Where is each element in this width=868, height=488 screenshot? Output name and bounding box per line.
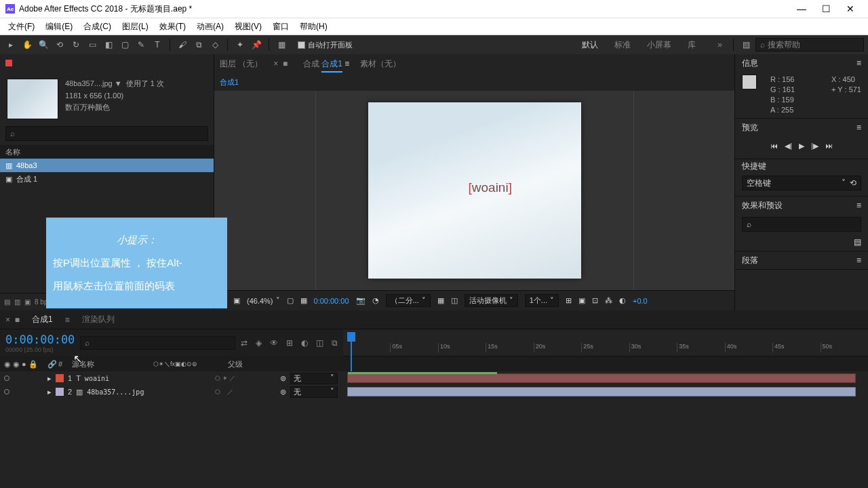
effects-search[interactable]: ⌕	[742, 217, 861, 232]
menu-view[interactable]: 视图(V)	[229, 21, 267, 33]
project-search[interactable]: ⌕	[5, 126, 208, 141]
comp-button-icon[interactable]: ▣	[233, 296, 240, 305]
shy-icon[interactable]: 👁	[270, 338, 278, 348]
first-frame-button[interactable]: ⏮	[770, 142, 778, 150]
timeline-tab-render[interactable]: 渲染队列	[82, 314, 115, 325]
menu-animation[interactable]: 动画(A)	[191, 21, 229, 33]
misc-icon[interactable]: ▣	[578, 296, 585, 305]
draft3d-icon[interactable]: ◈	[256, 338, 262, 348]
hand-tool[interactable]: ✋	[20, 38, 34, 52]
panel-toggle[interactable]: ▤	[739, 38, 753, 52]
selection-tool[interactable]: ▸	[4, 38, 18, 52]
col-index[interactable]: #	[58, 360, 72, 368]
layer-row[interactable]: ▸ 1 T woaini ⬡ ✶ ／ ⊚ 无˅	[0, 371, 868, 385]
new-folder-icon[interactable]: ▥	[14, 298, 20, 306]
layer-duration-bar[interactable]	[347, 387, 856, 396]
shape-tool[interactable]: ▢	[118, 38, 132, 52]
timeline-ruler[interactable]: 05s 10s 15s 20s 25s 30s 35s 40s 45s 50s	[343, 329, 868, 357]
workspace-small[interactable]: 小屏幕	[647, 39, 671, 51]
parent-pick-icon[interactable]: ⊚	[280, 374, 286, 383]
breadcrumb-comp[interactable]: 合成1	[220, 77, 239, 87]
visibility-toggle[interactable]	[4, 375, 9, 381]
parent-pick-icon[interactable]: ⊚	[280, 388, 286, 396]
layer-color-swatch[interactable]	[56, 374, 64, 382]
comp-flow-icon[interactable]: ⇄	[241, 338, 248, 348]
mask-icon[interactable]: ◫	[451, 296, 458, 305]
color-mgmt-icon[interactable]: ◔	[372, 296, 379, 305]
frame-blend-icon[interactable]: ⊞	[286, 338, 293, 348]
preview-header[interactable]: 预览	[742, 122, 758, 134]
parent-dropdown[interactable]: 无˅	[290, 373, 338, 384]
parent-dropdown[interactable]: 无˅	[290, 386, 338, 398]
col-parent[interactable]: 父级	[228, 359, 282, 369]
pan-behind-tool[interactable]: ◧	[102, 38, 115, 52]
panel-menu-icon[interactable]: ≡	[856, 201, 861, 210]
brush-tool[interactable]: 🖌	[176, 38, 189, 52]
twirl-icon[interactable]: ▸	[47, 388, 52, 396]
menu-effect[interactable]: 效果(T)	[154, 21, 191, 33]
new-comp-icon[interactable]: ▣	[24, 298, 31, 306]
minimize-button[interactable]: —	[789, 0, 814, 18]
close-button[interactable]: ✕	[838, 0, 863, 18]
shortcut-dropdown[interactable]: 空格键 ˅⟲	[742, 176, 861, 190]
composition-viewer[interactable]: [woaini]	[214, 91, 734, 290]
paragraph-header[interactable]: 段落	[742, 255, 758, 266]
menu-composition[interactable]: 合成(C)	[78, 21, 117, 33]
zoom-dropdown[interactable]: (46.4%) ˅	[247, 296, 280, 305]
exposure-icon[interactable]: ◐	[619, 296, 626, 305]
panel-menu-icon[interactable]: ≡	[856, 58, 861, 68]
maximize-button[interactable]: ☐	[814, 0, 838, 18]
timeline-tab-comp[interactable]: 合成1	[32, 314, 53, 325]
workspace-library[interactable]: 库	[688, 39, 696, 51]
tab-comp-label[interactable]: 合成	[303, 59, 319, 68]
menu-window[interactable]: 窗口	[267, 21, 294, 33]
reset-icon[interactable]: ⟲	[850, 178, 856, 188]
graph-icon[interactable]: ◫	[316, 338, 323, 348]
motion-blur-icon[interactable]: ◐	[301, 338, 308, 348]
project-row[interactable]: ▣ 合成 1	[0, 172, 214, 186]
new-bin-icon[interactable]: ▤	[854, 237, 861, 247]
composition-canvas[interactable]: [woaini]	[368, 102, 581, 279]
transparency-icon[interactable]: ▦	[437, 296, 444, 305]
stamp-tool[interactable]: ⧉	[192, 38, 205, 52]
panel-menu-icon[interactable]: ≡	[856, 123, 861, 132]
project-thumbnail[interactable]	[7, 79, 58, 119]
layer-name[interactable]: 48ba357....jpg	[87, 388, 211, 396]
prev-frame-button[interactable]: ◀|	[785, 142, 792, 150]
timeline-search[interactable]: ⌕	[80, 336, 235, 350]
viewer-timecode[interactable]: 0:00:00:00	[314, 297, 349, 305]
type-tool[interactable]: T	[151, 38, 164, 52]
menu-file[interactable]: 文件(F)	[3, 21, 40, 33]
layer-row[interactable]: ▸ 2 ▥ 48ba357....jpg ⬡ ／ ⊚ 无˅	[0, 385, 868, 399]
camera-dropdown[interactable]: 活动摄像机 ˅	[465, 294, 518, 307]
timeline-timecode[interactable]: 0:00:00:00	[5, 333, 75, 346]
eraser-tool[interactable]: ◇	[208, 38, 222, 52]
workspace-standard[interactable]: 标准	[614, 39, 631, 51]
pixel-aspect-icon[interactable]: ⁂	[605, 296, 612, 305]
res-icon[interactable]: ▢	[287, 296, 294, 305]
col-source-name[interactable]: 源名称	[72, 359, 153, 369]
snap-toggle[interactable]: ▦	[275, 38, 288, 52]
snapshot-icon[interactable]: 📷	[356, 296, 366, 305]
layer-color-swatch[interactable]	[56, 388, 64, 396]
layer-name[interactable]: woaini	[85, 375, 211, 382]
menu-layer[interactable]: 图层(L)	[117, 21, 154, 33]
play-button[interactable]: ▶	[799, 142, 804, 150]
panel-menu-icon[interactable]: ≡	[856, 256, 861, 265]
pen-tool[interactable]: ✎	[134, 38, 148, 52]
text-layer-display[interactable]: [woaini]	[469, 180, 512, 195]
camera-tool[interactable]: ▭	[85, 38, 99, 52]
project-row[interactable]: ▥ 48ba3	[0, 159, 214, 172]
last-frame-button[interactable]: ⏭	[825, 142, 833, 150]
playhead[interactable]	[347, 332, 355, 342]
workspace-default[interactable]: 默认	[582, 39, 598, 51]
col-name[interactable]: 名称	[5, 147, 20, 157]
puppet-tool[interactable]: 📌	[250, 38, 263, 52]
view-count-dropdown[interactable]: 1个... ˅	[525, 294, 559, 307]
resolution-dropdown[interactable]: （二分... ˅	[386, 294, 431, 307]
info-header[interactable]: 信息	[742, 58, 758, 69]
tab-layer[interactable]: 图层 （无）	[220, 58, 262, 70]
zoom-tool[interactable]: 🔍	[37, 38, 50, 52]
help-search[interactable]: ⌕ 搜索帮助	[755, 38, 864, 52]
workspace-more-icon[interactable]: »	[717, 40, 722, 49]
